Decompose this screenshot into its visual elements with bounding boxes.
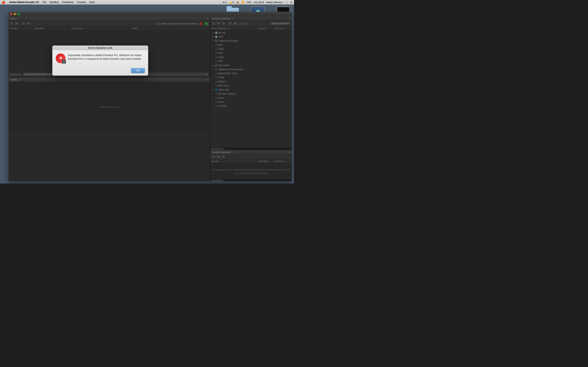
adobe-icon-overlay: Ai [62, 59, 66, 64]
menubar: 🍎 Adobe Media Encoder CC File Modifica P… [0, 0, 294, 4]
dialog-titlebar: Errore Dynamic Link [52, 46, 148, 50]
dialog-content: ✕ Ai Impossibile connettersi a Adobe Pre… [52, 50, 148, 67]
desktop: 🌍 ▪▪ Coda ✕ [0, 4, 294, 184]
search-icon[interactable]: 🔍 [285, 1, 288, 4]
app-name: Adobe Media Encoder CC [9, 1, 39, 4]
app-window: Coda ✕ ≡ + ⚙ − ⧉ ✓ Codifica automatica c… [8, 12, 292, 182]
user-name: Matteo Marzano [267, 1, 283, 3]
menu-predefinito[interactable]: Predefinito [62, 1, 74, 4]
ai-indicator: Ai 6 [223, 1, 227, 3]
menu-aiuto[interactable]: Aiuto [89, 1, 95, 4]
menu-finestra[interactable]: Finestra [77, 1, 86, 4]
adobe-icon: Ai [63, 60, 65, 63]
menu-icon[interactable]: ☰ [290, 1, 292, 4]
dialog-icon: ✕ Ai [56, 53, 66, 63]
error-dialog: Errore Dynamic Link ✕ Ai Impossibile con… [52, 45, 148, 76]
battery: 30% [247, 1, 251, 3]
dialog-title: Errore Dynamic Link [88, 47, 112, 49]
dropbox-icon: 📦 [236, 1, 239, 4]
menu-file[interactable]: File [43, 1, 46, 4]
dialog-ok-button[interactable]: OK [131, 68, 145, 73]
wifi-icon: 📶 [242, 1, 244, 4]
dialog-message: Impossibile connettersi a Adobe Premiere… [68, 53, 145, 61]
dialog-footer: OK [52, 67, 148, 75]
menu-modifica[interactable]: Modifica [50, 1, 59, 4]
dialog-overlay: Errore Dynamic Link ✕ Ai Impossibile con… [8, 12, 292, 181]
apple-menu[interactable]: 🍎 [2, 1, 5, 4]
notifications: 🔔 8 [229, 1, 234, 4]
time: mar 16:04 [254, 1, 264, 3]
menubar-right: Ai 6 🔔 8 📦 📶 30% mar 16:04 Matteo Marzan… [223, 1, 292, 4]
